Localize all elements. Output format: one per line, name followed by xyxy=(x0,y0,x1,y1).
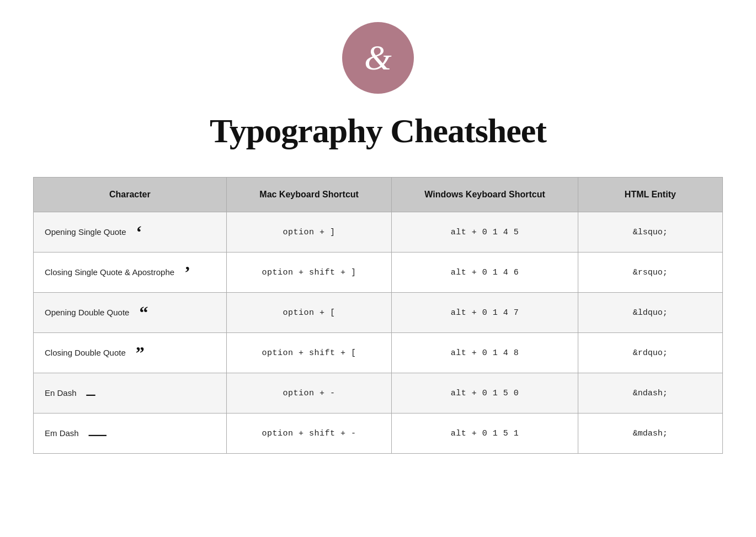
windows-shortcut-1: alt + 0 1 4 6 xyxy=(392,253,578,293)
char-cell-1: Closing Single Quote & Apostrophe’ xyxy=(34,253,227,293)
char-glyph-1: ’ xyxy=(184,264,206,281)
windows-shortcut-4: alt + 0 1 5 0 xyxy=(392,373,578,414)
table-row: En Dash–option + -alt + 0 1 5 0&ndash; xyxy=(34,373,723,414)
char-name-3: Closing Double Quote xyxy=(45,347,126,358)
table-row: Opening Single Quote‘option + ]alt + 0 1… xyxy=(34,212,723,253)
html-entity-5: &mdash; xyxy=(578,414,722,454)
char-cell-5: Em Dash— xyxy=(34,414,227,454)
html-entity-2: &ldquo; xyxy=(578,293,722,333)
html-entity-4: &ndash; xyxy=(578,373,722,414)
char-cell-0: Opening Single Quote‘ xyxy=(34,212,227,253)
char-glyph-2: “ xyxy=(139,304,161,321)
page-header: & Typography Cheatsheet xyxy=(33,22,723,151)
char-name-5: Em Dash xyxy=(45,428,79,439)
char-glyph-0: ‘ xyxy=(136,223,158,241)
header-row: Character Mac Keyboard Shortcut Windows … xyxy=(34,178,723,212)
table-row: Closing Single Quote & Apostrophe’option… xyxy=(34,253,723,293)
mac-shortcut-1: option + shift + ] xyxy=(226,253,392,293)
char-name-1: Closing Single Quote & Apostrophe xyxy=(45,267,174,278)
col-header-character: Character xyxy=(34,178,227,212)
mac-shortcut-0: option + ] xyxy=(226,212,392,253)
char-cell-2: Opening Double Quote“ xyxy=(34,293,227,333)
windows-shortcut-2: alt + 0 1 4 7 xyxy=(392,293,578,333)
mac-shortcut-4: option + - xyxy=(226,373,392,414)
col-header-windows: Windows Keyboard Shortcut xyxy=(392,178,578,212)
char-glyph-3: ” xyxy=(136,344,158,362)
logo-ampersand-icon: & xyxy=(364,40,392,76)
char-glyph-5: — xyxy=(89,425,111,442)
mac-shortcut-2: option + [ xyxy=(226,293,392,333)
windows-shortcut-5: alt + 0 1 5 1 xyxy=(392,414,578,454)
cheatsheet-table: Character Mac Keyboard Shortcut Windows … xyxy=(33,177,723,454)
table-row: Closing Double Quote”option + shift + [a… xyxy=(34,333,723,373)
mac-shortcut-3: option + shift + [ xyxy=(226,333,392,373)
logo-circle: & xyxy=(342,22,414,94)
html-entity-1: &rsquo; xyxy=(578,253,722,293)
table-row: Em Dash—option + shift + -alt + 0 1 5 1&… xyxy=(34,414,723,454)
windows-shortcut-3: alt + 0 1 4 8 xyxy=(392,333,578,373)
char-name-0: Opening Single Quote xyxy=(45,227,126,238)
mac-shortcut-5: option + shift + - xyxy=(226,414,392,454)
char-cell-3: Closing Double Quote” xyxy=(34,333,227,373)
table-header: Character Mac Keyboard Shortcut Windows … xyxy=(34,178,723,212)
windows-shortcut-0: alt + 0 1 4 5 xyxy=(392,212,578,253)
char-name-4: En Dash xyxy=(45,388,77,399)
char-glyph-4: – xyxy=(87,384,109,402)
page-title: Typography Cheatsheet xyxy=(210,111,546,151)
char-cell-4: En Dash– xyxy=(34,373,227,414)
char-name-2: Opening Double Quote xyxy=(45,307,129,318)
col-header-html: HTML Entity xyxy=(578,178,722,212)
table-row: Opening Double Quote“option + [alt + 0 1… xyxy=(34,293,723,333)
col-header-mac: Mac Keyboard Shortcut xyxy=(226,178,392,212)
html-entity-0: &lsquo; xyxy=(578,212,722,253)
html-entity-3: &rdquo; xyxy=(578,333,722,373)
table-body: Opening Single Quote‘option + ]alt + 0 1… xyxy=(34,212,723,454)
